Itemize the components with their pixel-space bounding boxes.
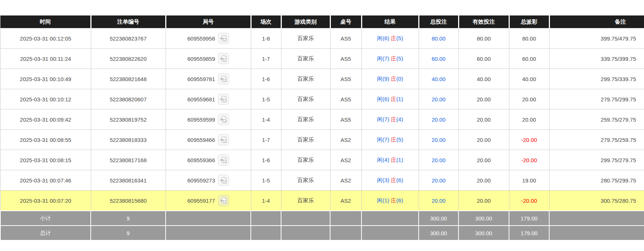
cell-time: 2025-03-31 00:11:24 <box>0 49 91 69</box>
result-banker: 庄 <box>391 96 397 102</box>
cell-result: 闲(1) 庄(6) <box>361 191 419 211</box>
column-header-time: 时间 <box>0 15 91 28</box>
video-file-icon <box>219 95 228 103</box>
cell-payout: 20.00 <box>509 89 549 109</box>
cell-time: 2025-03-31 00:10:49 <box>0 69 91 89</box>
total-bet-link[interactable]: 20.00 <box>432 96 446 102</box>
total-bet-link[interactable]: 20.00 <box>432 198 446 204</box>
video-replay-button[interactable] <box>218 134 229 145</box>
cell-game-type: 百家乐 <box>281 150 330 170</box>
result-banker: 庄 <box>391 157 397 163</box>
cell-result: 闲(6) 庄(1) <box>361 89 419 109</box>
video-replay-button[interactable] <box>218 73 229 84</box>
video-replay-button[interactable] <box>218 195 229 206</box>
result-banker-score: (1) <box>397 157 403 163</box>
table-row[interactable]: 2025-03-31 00:08:55 522380818333 6095594… <box>0 130 644 150</box>
result-player: 闲(9) <box>377 76 389 82</box>
cell-table-no: AS5 <box>330 28 361 49</box>
result-banker-score: (4) <box>397 116 403 122</box>
result-banker: 庄 <box>391 76 397 82</box>
subtotal-empty-cell <box>361 211 419 226</box>
total-bet-link[interactable]: 20.00 <box>432 116 446 123</box>
cell-valid-bet: 20.00 <box>458 150 509 170</box>
grand-total-empty-cell <box>361 226 419 240</box>
column-header-payout: 总派彩 <box>509 15 549 28</box>
table-row[interactable]: 2025-03-31 00:08:15 522380817168 6095593… <box>0 150 644 170</box>
result-banker-score: (1) <box>397 96 403 102</box>
round-number: 609559599 <box>187 116 215 123</box>
cell-remark: 299.75/279.75 <box>549 150 644 170</box>
cell-table-no: AS5 <box>330 69 361 89</box>
cell-valid-bet: 20.00 <box>458 130 509 150</box>
total-bet-link[interactable]: 20.00 <box>432 137 446 143</box>
column-header-bet-id: 注单编号 <box>91 15 166 28</box>
grand-total-empty-cell <box>281 226 330 240</box>
cell-session: 1-6 <box>251 69 281 89</box>
table-body: 2025-03-31 00:12:05 522380823767 6095599… <box>0 28 644 211</box>
cell-total-bet: 20.00 <box>419 89 458 109</box>
column-header-remark: 备注 <box>549 15 644 28</box>
cell-total-bet: 20.00 <box>419 170 458 191</box>
grand-total-count: 9 <box>91 226 166 240</box>
video-replay-button[interactable] <box>218 53 229 64</box>
cell-session: 1-7 <box>251 49 281 69</box>
video-replay-button[interactable] <box>218 33 229 44</box>
video-replay-button[interactable] <box>218 154 229 165</box>
cell-payout: 19.00 <box>509 170 549 191</box>
cell-remark: 300.75/280.75 <box>549 191 644 211</box>
cell-remark: 259.75/279.75 <box>549 109 644 130</box>
table-row[interactable]: 2025-03-31 00:09:42 522380819752 6095595… <box>0 109 644 130</box>
cell-round-no: 609559958 <box>166 28 251 49</box>
subtotal-label: 小计 <box>0 211 91 226</box>
cell-round-no: 609559859 <box>166 49 251 69</box>
table-row[interactable]: 2025-03-31 00:10:12 522380820607 6095596… <box>0 89 644 109</box>
cell-session: 1-5 <box>251 170 281 191</box>
table-row[interactable]: 2025-03-31 00:10:49 522380821648 6095597… <box>0 69 644 89</box>
cell-valid-bet: 20.00 <box>458 89 509 109</box>
cell-valid-bet: 60.00 <box>458 49 509 69</box>
cell-bet-id: 522380815680 <box>91 191 166 211</box>
round-number: 609559681 <box>187 96 215 102</box>
cell-payout: 20.00 <box>509 109 549 130</box>
video-replay-button[interactable] <box>218 114 229 125</box>
result-player: 闲(7) <box>377 55 389 62</box>
cell-game-type: 百家乐 <box>281 89 330 109</box>
cell-total-bet: 60.00 <box>419 49 458 69</box>
cell-bet-id: 522380822620 <box>91 49 166 69</box>
cell-remark: 279.75/259.75 <box>549 130 644 150</box>
cell-table-no: AS2 <box>330 170 361 191</box>
video-replay-button[interactable] <box>218 94 229 105</box>
result-banker-score: (5) <box>397 136 403 143</box>
video-file-icon <box>219 34 228 42</box>
cell-round-no: 609559273 <box>166 170 251 191</box>
table-row[interactable]: 2025-03-31 00:07:46 522380816341 6095592… <box>0 170 644 191</box>
cell-time: 2025-03-31 00:12:05 <box>0 28 91 49</box>
cell-result: 闲(7) 庄(5) <box>361 130 419 150</box>
total-bet-link[interactable]: 60.00 <box>432 56 446 62</box>
cell-time: 2025-03-31 00:07:46 <box>0 170 91 191</box>
total-bet-link[interactable]: 80.00 <box>432 35 446 42</box>
video-file-icon <box>219 55 228 63</box>
cell-round-no: 609559599 <box>166 109 251 130</box>
table-row[interactable]: 2025-03-31 00:12:05 522380823767 6095599… <box>0 28 644 49</box>
video-replay-button[interactable] <box>218 175 229 186</box>
subtotal-total-bet: 300.00 <box>419 211 458 226</box>
total-bet-link[interactable]: 20.00 <box>432 157 446 163</box>
column-header-result: 结果 <box>361 15 419 28</box>
result-banker: 庄 <box>391 136 397 143</box>
cell-table-no: AS2 <box>330 150 361 170</box>
total-bet-link[interactable]: 40.00 <box>432 76 446 82</box>
total-bet-link[interactable]: 20.00 <box>432 177 446 184</box>
cell-total-bet: 20.00 <box>419 130 458 150</box>
cell-table-no: AS2 <box>330 191 361 211</box>
table-row[interactable]: 2025-03-31 00:11:24 522380822620 6095598… <box>0 49 644 69</box>
round-number: 609559466 <box>187 137 215 143</box>
cell-session: 1-7 <box>251 130 281 150</box>
cell-session: 1-6 <box>251 150 281 170</box>
cell-remark: 299.75/339.75 <box>549 69 644 89</box>
cell-time: 2025-03-31 00:07:20 <box>0 191 91 211</box>
table-row[interactable]: 2025-03-31 00:07:20 522380815680 6095591… <box>0 191 644 211</box>
cell-bet-id: 522380819752 <box>91 109 166 130</box>
result-banker-score: (6) <box>397 177 403 183</box>
result-banker-score: (0) <box>397 76 403 82</box>
